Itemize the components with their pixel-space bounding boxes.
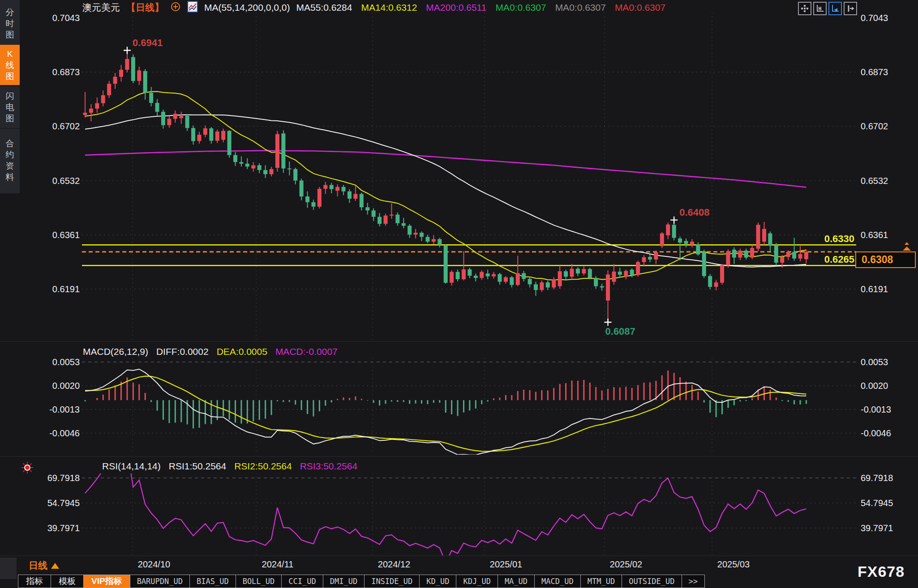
ma-value-label: MA0:0.6307 xyxy=(495,2,546,13)
toolbar-tab[interactable]: CCI_UD xyxy=(281,575,322,588)
price-axis-label-right: 0.6191 xyxy=(861,284,888,294)
period-selector-label: 日线 xyxy=(29,559,47,572)
period-up-triangle-icon xyxy=(51,563,59,569)
price-axis-label-left: 0.6532 xyxy=(25,176,80,186)
toolbar-tab[interactable]: DMI_UD xyxy=(323,575,364,588)
axis-scale-icon[interactable] xyxy=(813,2,827,15)
macd-axis-label-left: -0.0013 xyxy=(25,405,80,414)
macd-axis-label-left: 0.0020 xyxy=(25,381,80,391)
last-price-value: 0.6308 xyxy=(862,254,893,266)
chart-application: 分时图K线图闪电图合约资料 澳元美元 【日线】 MA(55,14,200,0,0… xyxy=(0,0,918,588)
indicator-toolbar: 指标模板VIP指标BARUPDN_UDBIAS_UDBOLL_UDCCI_UDD… xyxy=(18,575,705,588)
toolbar-tab-vip-indicators[interactable]: VIP指标 xyxy=(83,575,130,588)
ma-values: MA55:0.6284MA14:0.6312MA200:0.6511MA0:0.… xyxy=(296,2,665,13)
price-axis-label-right: 0.7043 xyxy=(861,13,888,23)
toolbar-tab[interactable]: KDJ_UD xyxy=(456,575,497,588)
resistance-line-label: 0.6330 xyxy=(805,233,854,245)
ma-value-label: MA0:0.6307 xyxy=(555,2,606,13)
price-axis-label-left: 0.6191 xyxy=(25,284,80,294)
toolbar-tab[interactable]: KD_UD xyxy=(419,575,456,588)
macd-axis-label-right: -0.0046 xyxy=(861,428,891,438)
date-axis-label: 2024/10 xyxy=(129,559,179,570)
fx678-watermark: FX678 xyxy=(858,563,905,580)
ma-value-label: MA14:0.6312 xyxy=(361,2,417,13)
macd-header: MACD(26,12,9) DIFF:0.0002 DEA:0.0005 MAC… xyxy=(83,346,338,357)
left-sidebar: 分时图K线图闪电图合约资料 xyxy=(0,0,20,193)
price-marker-arrow xyxy=(903,247,911,251)
toolbar-tab[interactable]: >> xyxy=(682,575,705,588)
rsi-axis-label-left: 54.7945 xyxy=(25,498,80,508)
rsi-header: RSI(14,14,14) RSI1:50.2564 RSI2:50.2564 … xyxy=(102,461,357,472)
sidebar-item-time-chart[interactable]: 分时图 xyxy=(0,3,20,44)
price-annotation: 0.6941 xyxy=(133,37,163,49)
macd-axis-label-right: -0.0013 xyxy=(861,405,891,414)
macd-diff-value: DIFF:0.0002 xyxy=(156,346,209,357)
macd-axis-label-right: 0.0020 xyxy=(861,381,888,391)
bar-shift-icon[interactable] xyxy=(844,2,857,15)
rsi-axis-label-right: 69.7918 xyxy=(861,473,893,483)
pan-move-icon[interactable] xyxy=(798,2,811,15)
sidebar-item-contract-info[interactable]: 合约资料 xyxy=(0,130,20,191)
macd-axis-label-left: 0.0053 xyxy=(25,357,80,367)
macd-axis-label-left: -0.0046 xyxy=(25,428,80,438)
date-axis-label: 2025/01 xyxy=(481,559,531,570)
toolbar-tab[interactable]: 模板 xyxy=(51,575,83,588)
auto-follow-icon[interactable] xyxy=(828,2,842,15)
toolbar-tab[interactable]: INSIDE_UD xyxy=(364,575,419,588)
toolbar-tab[interactable]: MA_UD xyxy=(498,575,534,588)
rsi-title: RSI(14,14,14) xyxy=(102,461,161,472)
date-axis-label: 2025/02 xyxy=(601,559,651,570)
toolbar-tab[interactable]: BIAS_UD xyxy=(189,575,236,588)
price-annotation: 0.6087 xyxy=(605,326,635,337)
macd-axis-label-right: 0.0053 xyxy=(861,357,888,367)
price-axis-label-right: 0.6702 xyxy=(861,121,888,131)
date-axis-label: 2024/12 xyxy=(369,559,419,570)
price-axis-label-right: 0.6361 xyxy=(861,230,888,240)
macd-title: MACD(26,12,9) xyxy=(83,346,148,357)
sidebar-bottom-stub xyxy=(0,558,17,579)
macd-dea-value: DEA:0.0005 xyxy=(217,346,267,357)
period-selector[interactable]: 日线 xyxy=(29,559,59,572)
toolbar-tab[interactable]: MTM_UD xyxy=(580,575,622,588)
sidebar-item-candle-chart[interactable]: K线图 xyxy=(0,45,20,85)
rsi2-value: RSI2:50.2564 xyxy=(234,461,292,472)
support-line-label: 0.6265 xyxy=(805,254,854,265)
ma-value-label: MA200:0.6511 xyxy=(426,2,486,13)
price-marker-arrow-top xyxy=(905,242,909,245)
rsi1-value: RSI1:50.2564 xyxy=(169,461,226,472)
rsi-axis-label-left: 39.7971 xyxy=(25,523,80,533)
ma-group-label: MA(55,14,200,0,0,0) xyxy=(204,2,290,13)
toolbar-tab[interactable]: MACD_UD xyxy=(534,575,580,588)
rsi3-value: RSI3:50.2564 xyxy=(300,461,357,472)
mini-chart-icon[interactable] xyxy=(187,1,198,15)
date-axis-label: 2024/11 xyxy=(253,559,302,570)
last-price-box: 0.6308 xyxy=(855,251,916,268)
date-axis-label: 2025/03 xyxy=(709,559,758,570)
period-tag[interactable]: 【日线】 xyxy=(126,1,164,14)
price-axis-label-left: 0.6873 xyxy=(25,67,80,77)
rsi-axis-label-right: 54.7945 xyxy=(861,498,893,508)
macd-value: MACD:-0.0007 xyxy=(275,346,338,357)
price-axis-label-left: 0.6702 xyxy=(25,121,80,131)
ma-value-label: MA55:0.6284 xyxy=(296,2,352,13)
candlestick-chart-canvas[interactable] xyxy=(0,0,918,588)
toolbar-tab[interactable]: BARUPDN_UD xyxy=(130,575,189,588)
rsi-axis-label-right: 39.7971 xyxy=(861,523,893,533)
price-axis-label-right: 0.6873 xyxy=(861,67,888,77)
chart-header: 澳元美元 【日线】 MA(55,14,200,0,0,0) MA55:0.628… xyxy=(82,2,665,13)
symbol-title: 澳元美元 xyxy=(82,1,120,14)
price-axis-label-left: 0.7043 xyxy=(25,13,80,23)
toolbar-tab[interactable]: 指标 xyxy=(18,575,51,588)
toolbar-tab[interactable]: OUTSIDE_UD xyxy=(622,575,681,588)
add-indicator-icon[interactable] xyxy=(170,1,181,14)
sidebar-separator xyxy=(0,128,20,129)
sidebar-item-flash-chart[interactable]: 闪电图 xyxy=(0,86,20,128)
price-axis-label-left: 0.6361 xyxy=(25,230,80,240)
toolbar-tab[interactable]: BOLL_UD xyxy=(236,575,282,588)
ma-value-label: MA0:0.6307 xyxy=(615,2,665,13)
price-annotation: 0.6408 xyxy=(679,207,709,218)
rsi-axis-label-left: 69.7918 xyxy=(25,473,80,483)
price-axis-label-right: 0.6532 xyxy=(861,176,888,186)
